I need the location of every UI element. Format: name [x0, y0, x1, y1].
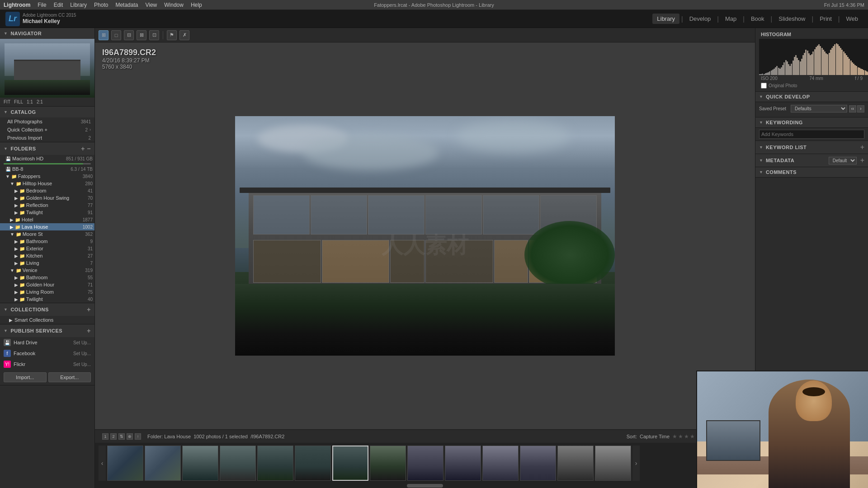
- folders-header[interactable]: ▼ Folders + −: [0, 142, 94, 155]
- loupe-view-btn[interactable]: □: [111, 30, 121, 40]
- zoom-1-1[interactable]: 1:1: [27, 99, 33, 104]
- folder-bathroom-2[interactable]: ▶ 📁 Bathroom 55: [0, 274, 94, 281]
- nav-web[interactable]: Web: [842, 14, 863, 24]
- folder-living-1[interactable]: ▶ 📁 Living 7: [0, 259, 94, 267]
- hard-drive-setup[interactable]: Set Up...: [73, 340, 91, 345]
- menu-metadata[interactable]: Metadata: [115, 2, 138, 8]
- app-name[interactable]: Lightroom: [4, 2, 30, 8]
- nav-develop[interactable]: Develop: [685, 14, 716, 24]
- nav-book[interactable]: Book: [746, 14, 769, 24]
- metadata-add[interactable]: +: [860, 156, 864, 164]
- folder-exterior[interactable]: ▶ 📁 Exterior 31: [0, 245, 94, 252]
- histogram-title[interactable]: Histogram: [757, 30, 866, 39]
- image-area[interactable]: I96A7899.CR2 4/20/16 8:39:27 PM 5760 x 3…: [95, 42, 755, 429]
- folder-reflection[interactable]: ▶ 📁 Reflection 77: [0, 202, 94, 209]
- keyword-list-add[interactable]: +: [860, 143, 864, 151]
- zoom-fit[interactable]: FIT: [4, 99, 10, 104]
- filmstrip-scroll[interactable]: [95, 483, 755, 488]
- film-thumb-14[interactable]: [595, 446, 631, 481]
- nav-map[interactable]: Map: [721, 14, 741, 24]
- folder-living-room[interactable]: ▶ 📁 Living Room 75: [0, 288, 94, 296]
- film-thumb-8[interactable]: [370, 446, 406, 481]
- drive-macintosh[interactable]: 💾 Macintosh HD 851 / 931 GB: [0, 155, 94, 162]
- filmstrip-expand[interactable]: ↑: [135, 433, 141, 440]
- folder-twilight-2[interactable]: ▶ 📁 Twilight 40: [0, 296, 94, 303]
- folder-golden-swing[interactable]: ▶ 📁 Golden Hour Swing 70: [0, 194, 94, 202]
- menu-help[interactable]: Help: [191, 2, 202, 8]
- original-photo-checkbox[interactable]: [761, 83, 767, 89]
- folder-hotel[interactable]: ▶ 📁 Hotel 1877: [0, 216, 94, 223]
- keywording-header[interactable]: ▼ Keywording: [755, 117, 868, 128]
- drive-bb8[interactable]: 💾 BB-8 6.3 / 14 TB: [0, 165, 94, 173]
- film-thumb-6[interactable]: [295, 446, 331, 481]
- publish-add[interactable]: +: [87, 327, 91, 334]
- filmstrip-flag[interactable]: ⊕: [127, 433, 133, 440]
- flickr-setup[interactable]: Set Up...: [73, 362, 91, 367]
- metadata-preset-select[interactable]: Default: [829, 157, 857, 164]
- collections-header[interactable]: ▼ Collections +: [0, 303, 94, 316]
- menu-window[interactable]: Window: [164, 2, 184, 8]
- folder-bathroom-1[interactable]: ▶ 📁 Bathroom 9: [0, 238, 94, 245]
- quick-develop-header[interactable]: ▼ Quick Develop: [755, 92, 868, 102]
- menu-file[interactable]: File: [38, 2, 46, 8]
- catalog-all[interactable]: All Photographs 3841: [0, 117, 94, 126]
- nav-print[interactable]: Print: [815, 14, 836, 24]
- folder-moore[interactable]: ▼ 📁 Moore St 362: [0, 230, 94, 238]
- film-thumb-12[interactable]: [520, 446, 556, 481]
- catalog-quick[interactable]: Quick Collection + 2 ›: [0, 126, 94, 134]
- catalog-header[interactable]: ▼ Catalog: [0, 107, 94, 117]
- import-button[interactable]: Import...: [4, 372, 47, 382]
- filmstrip-next[interactable]: ›: [632, 446, 640, 481]
- publish-services-header[interactable]: ▼ Publish Services +: [0, 324, 94, 337]
- film-thumb-11[interactable]: [482, 446, 519, 481]
- folder-kitchen[interactable]: ▶ 📁 Kitchen 27: [0, 252, 94, 259]
- film-thumb-3[interactable]: [182, 446, 218, 481]
- film-thumb-1[interactable]: [107, 446, 143, 481]
- filmstrip[interactable]: ‹ ›: [95, 443, 755, 483]
- filmstrip-scroll-thumb[interactable]: [407, 484, 443, 488]
- folder-hilltop[interactable]: ▼ 📁 Hilltop House 280: [0, 180, 94, 187]
- nav-library[interactable]: Library: [652, 14, 679, 24]
- keyword-input[interactable]: [759, 130, 864, 139]
- film-thumb-9[interactable]: [407, 446, 443, 481]
- folder-bedroom[interactable]: ▶ 📁 Bedroom 41: [0, 187, 94, 194]
- comments-header[interactable]: ▼ Comments: [755, 167, 868, 178]
- film-thumb-13[interactable]: [557, 446, 594, 481]
- filmstrip-counter-1[interactable]: 1: [102, 433, 108, 440]
- qd-arrow-left[interactable]: ‹‹: [849, 105, 856, 113]
- qd-preset-select[interactable]: Defaults: [791, 105, 847, 113]
- grid-view-btn[interactable]: ⊞: [99, 30, 108, 40]
- film-thumb-5[interactable]: [257, 446, 293, 481]
- compare-view-btn[interactable]: ⊟: [124, 30, 134, 40]
- film-thumb-10[interactable]: [445, 446, 481, 481]
- keyword-list-header[interactable]: ▼ Keyword List +: [755, 141, 868, 154]
- folder-twilight-1[interactable]: ▶ 📁 Twilight 91: [0, 209, 94, 216]
- filmstrip-prev[interactable]: ‹: [99, 446, 106, 481]
- filmstrip-arrows[interactable]: ⇅: [118, 433, 125, 440]
- folder-venice[interactable]: ▼ 📁 Venice 319: [0, 267, 94, 274]
- filmstrip-counter-2[interactable]: 2: [110, 433, 117, 440]
- catalog-previous[interactable]: Previous Import 2: [0, 134, 94, 142]
- collections-add[interactable]: +: [87, 306, 91, 313]
- filmstrip-sort-value[interactable]: Capture Time: [640, 434, 670, 439]
- folder-fatoppers[interactable]: ▼ 📁 Fatoppers 3840: [0, 173, 94, 180]
- navigator-header[interactable]: ▼ Navigator: [0, 28, 94, 39]
- facebook-setup[interactable]: Set Up...: [73, 351, 91, 356]
- film-thumb-7-selected[interactable]: [332, 446, 368, 481]
- film-thumb-2[interactable]: [145, 446, 181, 481]
- folders-add[interactable]: + −: [81, 145, 91, 152]
- metadata-header[interactable]: ▼ Metadata Default +: [755, 154, 868, 167]
- qd-arrow-right[interactable]: ›: [857, 105, 864, 113]
- survey-view-btn[interactable]: ⊠: [137, 30, 146, 40]
- menu-edit[interactable]: Edit: [54, 2, 63, 8]
- nav-slideshow[interactable]: Slideshow: [774, 14, 810, 24]
- people-view-btn[interactable]: ⊡: [149, 30, 159, 40]
- zoom-2-1[interactable]: 2:1: [37, 99, 43, 104]
- menu-library[interactable]: Library: [70, 2, 87, 8]
- menu-view[interactable]: View: [145, 2, 157, 8]
- folder-golden-hour[interactable]: ▶ 📁 Golden Hour 71: [0, 281, 94, 288]
- export-button[interactable]: Export...: [48, 372, 91, 382]
- flag-btn[interactable]: ⚑: [167, 30, 177, 40]
- film-thumb-4[interactable]: [220, 446, 256, 481]
- menu-photo[interactable]: Photo: [94, 2, 108, 8]
